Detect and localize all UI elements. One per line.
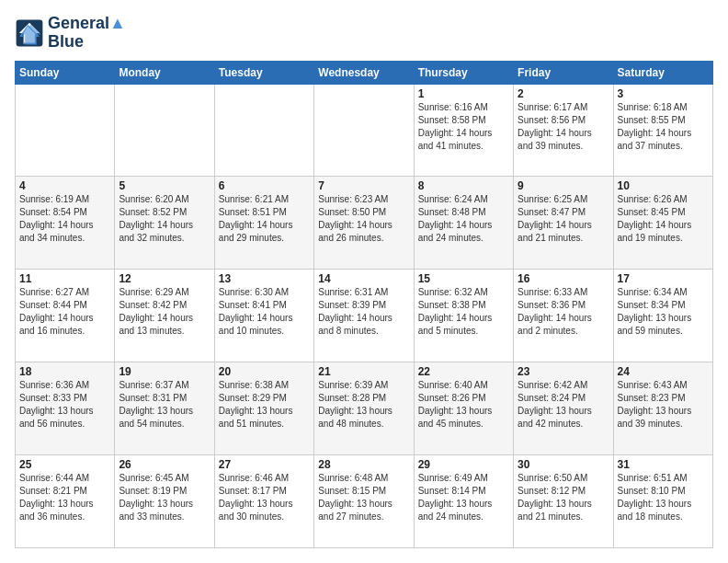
calendar-cell: 21Sunrise: 6:39 AM Sunset: 8:28 PM Dayli…	[314, 362, 414, 455]
calendar: SundayMondayTuesdayWednesdayThursdayFrid…	[15, 61, 713, 548]
calendar-cell: 12Sunrise: 6:29 AM Sunset: 8:42 PM Dayli…	[115, 270, 214, 362]
column-header-sunday: Sunday	[16, 61, 115, 84]
day-info: Sunrise: 6:17 AM Sunset: 8:56 PM Dayligh…	[518, 101, 609, 153]
logo-line1: General▲	[48, 15, 126, 33]
day-number: 4	[19, 179, 110, 192]
day-number: 31	[618, 458, 709, 471]
day-number: 21	[318, 365, 409, 378]
day-number: 5	[119, 179, 210, 192]
day-info: Sunrise: 6:37 AM Sunset: 8:31 PM Dayligh…	[119, 379, 210, 431]
day-number: 29	[418, 458, 509, 471]
calendar-header-row: SundayMondayTuesdayWednesdayThursdayFrid…	[16, 61, 713, 84]
calendar-cell: 30Sunrise: 6:50 AM Sunset: 8:12 PM Dayli…	[514, 455, 613, 548]
day-info: Sunrise: 6:29 AM Sunset: 8:42 PM Dayligh…	[119, 286, 210, 338]
day-info: Sunrise: 6:43 AM Sunset: 8:23 PM Dayligh…	[618, 379, 709, 431]
calendar-cell: 9Sunrise: 6:25 AM Sunset: 8:47 PM Daylig…	[514, 177, 613, 270]
day-info: Sunrise: 6:44 AM Sunset: 8:21 PM Dayligh…	[19, 472, 110, 523]
day-info: Sunrise: 6:26 AM Sunset: 8:45 PM Dayligh…	[618, 193, 709, 245]
calendar-cell: 13Sunrise: 6:30 AM Sunset: 8:41 PM Dayli…	[214, 270, 313, 362]
calendar-cell: 5Sunrise: 6:20 AM Sunset: 8:52 PM Daylig…	[115, 177, 214, 270]
day-number: 12	[119, 272, 210, 285]
calendar-cell: 14Sunrise: 6:31 AM Sunset: 8:39 PM Dayli…	[314, 270, 414, 362]
day-number: 26	[119, 458, 210, 471]
day-number: 13	[219, 272, 310, 285]
day-info: Sunrise: 6:51 AM Sunset: 8:10 PM Dayligh…	[618, 472, 709, 523]
day-number: 1	[418, 87, 509, 100]
day-number: 10	[618, 179, 709, 192]
header: General▲ Blue	[15, 15, 713, 52]
page: General▲ Blue SundayMondayTuesdayWednesd…	[0, 0, 728, 563]
calendar-cell: 7Sunrise: 6:23 AM Sunset: 8:50 PM Daylig…	[314, 177, 414, 270]
day-number: 16	[518, 272, 609, 285]
day-info: Sunrise: 6:36 AM Sunset: 8:33 PM Dayligh…	[19, 379, 110, 431]
day-number: 7	[318, 179, 409, 192]
calendar-cell: 4Sunrise: 6:19 AM Sunset: 8:54 PM Daylig…	[16, 177, 115, 270]
calendar-cell	[115, 84, 214, 177]
day-info: Sunrise: 6:23 AM Sunset: 8:50 PM Dayligh…	[318, 193, 409, 245]
calendar-cell: 25Sunrise: 6:44 AM Sunset: 8:21 PM Dayli…	[16, 455, 115, 548]
calendar-cell: 23Sunrise: 6:42 AM Sunset: 8:24 PM Dayli…	[514, 362, 613, 455]
day-number: 3	[618, 87, 709, 100]
day-info: Sunrise: 6:32 AM Sunset: 8:38 PM Dayligh…	[418, 286, 509, 338]
day-info: Sunrise: 6:18 AM Sunset: 8:55 PM Dayligh…	[618, 101, 709, 153]
day-info: Sunrise: 6:20 AM Sunset: 8:52 PM Dayligh…	[119, 193, 210, 245]
day-number: 8	[418, 179, 509, 192]
column-header-thursday: Thursday	[414, 61, 513, 84]
day-info: Sunrise: 6:48 AM Sunset: 8:15 PM Dayligh…	[318, 472, 409, 523]
calendar-cell: 8Sunrise: 6:24 AM Sunset: 8:48 PM Daylig…	[414, 177, 513, 270]
column-header-tuesday: Tuesday	[214, 61, 313, 84]
day-number: 17	[618, 272, 709, 285]
logo-line2: Blue	[48, 33, 126, 52]
day-number: 28	[318, 458, 409, 471]
day-info: Sunrise: 6:24 AM Sunset: 8:48 PM Dayligh…	[418, 193, 509, 245]
calendar-cell: 19Sunrise: 6:37 AM Sunset: 8:31 PM Dayli…	[115, 362, 214, 455]
calendar-cell: 28Sunrise: 6:48 AM Sunset: 8:15 PM Dayli…	[314, 455, 414, 548]
day-info: Sunrise: 6:39 AM Sunset: 8:28 PM Dayligh…	[318, 379, 409, 431]
calendar-cell: 11Sunrise: 6:27 AM Sunset: 8:44 PM Dayli…	[16, 270, 115, 362]
calendar-cell: 29Sunrise: 6:49 AM Sunset: 8:14 PM Dayli…	[414, 455, 513, 548]
calendar-cell: 26Sunrise: 6:45 AM Sunset: 8:19 PM Dayli…	[115, 455, 214, 548]
calendar-cell: 2Sunrise: 6:17 AM Sunset: 8:56 PM Daylig…	[514, 84, 613, 177]
day-number: 2	[518, 87, 609, 100]
calendar-cell: 16Sunrise: 6:33 AM Sunset: 8:36 PM Dayli…	[514, 270, 613, 362]
logo-text: General▲ Blue	[48, 15, 126, 52]
day-number: 22	[418, 365, 509, 378]
calendar-cell: 1Sunrise: 6:16 AM Sunset: 8:58 PM Daylig…	[414, 84, 513, 177]
day-number: 11	[19, 272, 110, 285]
day-info: Sunrise: 6:42 AM Sunset: 8:24 PM Dayligh…	[518, 379, 609, 431]
column-header-friday: Friday	[514, 61, 613, 84]
day-number: 23	[518, 365, 609, 378]
day-info: Sunrise: 6:21 AM Sunset: 8:51 PM Dayligh…	[219, 193, 310, 245]
day-info: Sunrise: 6:16 AM Sunset: 8:58 PM Dayligh…	[418, 101, 509, 153]
day-info: Sunrise: 6:46 AM Sunset: 8:17 PM Dayligh…	[219, 472, 310, 523]
calendar-cell	[314, 84, 414, 177]
calendar-cell: 27Sunrise: 6:46 AM Sunset: 8:17 PM Dayli…	[214, 455, 313, 548]
day-info: Sunrise: 6:50 AM Sunset: 8:12 PM Dayligh…	[518, 472, 609, 523]
calendar-cell: 6Sunrise: 6:21 AM Sunset: 8:51 PM Daylig…	[214, 177, 313, 270]
calendar-cell: 15Sunrise: 6:32 AM Sunset: 8:38 PM Dayli…	[414, 270, 513, 362]
column-header-saturday: Saturday	[613, 61, 712, 84]
day-number: 6	[219, 179, 310, 192]
day-number: 25	[19, 458, 110, 471]
day-info: Sunrise: 6:49 AM Sunset: 8:14 PM Dayligh…	[418, 472, 509, 523]
day-number: 18	[19, 365, 110, 378]
calendar-cell: 24Sunrise: 6:43 AM Sunset: 8:23 PM Dayli…	[613, 362, 712, 455]
calendar-cell: 10Sunrise: 6:26 AM Sunset: 8:45 PM Dayli…	[613, 177, 712, 270]
day-number: 27	[219, 458, 310, 471]
day-info: Sunrise: 6:34 AM Sunset: 8:34 PM Dayligh…	[618, 286, 709, 338]
column-header-monday: Monday	[115, 61, 214, 84]
calendar-week-3: 11Sunrise: 6:27 AM Sunset: 8:44 PM Dayli…	[16, 270, 713, 362]
column-header-wednesday: Wednesday	[314, 61, 414, 84]
calendar-cell: 31Sunrise: 6:51 AM Sunset: 8:10 PM Dayli…	[613, 455, 712, 548]
calendar-cell	[16, 84, 115, 177]
day-info: Sunrise: 6:31 AM Sunset: 8:39 PM Dayligh…	[318, 286, 409, 338]
calendar-cell: 3Sunrise: 6:18 AM Sunset: 8:55 PM Daylig…	[613, 84, 712, 177]
day-info: Sunrise: 6:40 AM Sunset: 8:26 PM Dayligh…	[418, 379, 509, 431]
day-info: Sunrise: 6:38 AM Sunset: 8:29 PM Dayligh…	[219, 379, 310, 431]
day-number: 15	[418, 272, 509, 285]
day-info: Sunrise: 6:19 AM Sunset: 8:54 PM Dayligh…	[19, 193, 110, 245]
day-info: Sunrise: 6:30 AM Sunset: 8:41 PM Dayligh…	[219, 286, 310, 338]
day-info: Sunrise: 6:33 AM Sunset: 8:36 PM Dayligh…	[518, 286, 609, 338]
day-number: 30	[518, 458, 609, 471]
calendar-cell: 17Sunrise: 6:34 AM Sunset: 8:34 PM Dayli…	[613, 270, 712, 362]
